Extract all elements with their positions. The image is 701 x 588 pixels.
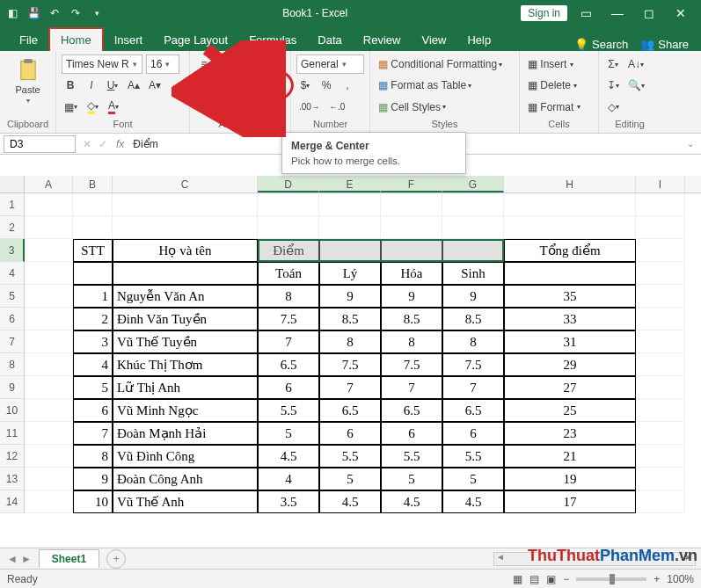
cell[interactable]: Đoàn Công Anh	[113, 468, 258, 490]
decrease-decimal-button[interactable]: ←.0	[326, 98, 347, 117]
tab-insert[interactable]: Insert	[104, 29, 154, 51]
cell[interactable]: Điểm	[258, 239, 319, 262]
cell[interactable]: 6	[73, 399, 113, 422]
cell[interactable]: Vũ Thế Tuyền	[113, 330, 258, 353]
cell[interactable]	[636, 308, 685, 330]
cell[interactable]: 4	[73, 353, 113, 376]
cell[interactable]: 9	[73, 468, 113, 490]
cell[interactable]: 8	[442, 330, 504, 353]
redo-icon[interactable]: ↷	[69, 6, 83, 20]
cell[interactable]: 4.5	[381, 490, 442, 513]
view-page-icon[interactable]: ▤	[529, 573, 539, 585]
row-header[interactable]: 7	[0, 330, 25, 353]
find-button[interactable]: 🔍▾	[625, 76, 647, 95]
cell[interactable]	[25, 193, 73, 216]
col-header[interactable]: B	[73, 176, 113, 192]
cell[interactable]: 5	[73, 376, 113, 399]
align-top-button[interactable]: ≡	[195, 54, 213, 74]
cell-styles-button[interactable]: ▦ Cell Styles▾	[376, 98, 514, 117]
cell[interactable]: Khúc Thị Thơm	[113, 353, 258, 376]
cell[interactable]	[25, 422, 73, 445]
cell[interactable]: Họ và tên	[113, 239, 258, 262]
decrease-indent-button[interactable]: ⇤	[195, 98, 213, 117]
cell[interactable]: 2	[73, 308, 113, 330]
fx-icon[interactable]: fx	[111, 138, 129, 150]
align-middle-button[interactable]: ≡	[216, 54, 234, 74]
cell[interactable]: Vũ Thế Anh	[113, 490, 258, 513]
tab-home[interactable]: Home	[48, 27, 104, 51]
cell[interactable]: 33	[504, 308, 636, 330]
enter-icon[interactable]: ✓	[95, 138, 111, 150]
cell[interactable]	[25, 376, 73, 399]
col-header[interactable]: D	[258, 176, 319, 192]
cell[interactable]: 4.5	[319, 490, 381, 513]
cell[interactable]: 27	[504, 376, 636, 399]
align-center-button[interactable]: ≡	[216, 76, 234, 95]
cell[interactable]: 5.5	[442, 445, 504, 468]
cell[interactable]: 4.5	[258, 445, 319, 468]
insert-cells-button[interactable]: ▦ Insert ▾	[525, 54, 593, 74]
tab-data[interactable]: Data	[307, 29, 352, 51]
cell[interactable]: 9	[442, 285, 504, 308]
tab-page-layout[interactable]: Page Layout	[153, 29, 238, 51]
select-all-corner[interactable]	[0, 176, 25, 192]
sheet-next-icon[interactable]: ►	[21, 553, 32, 565]
cell[interactable]: 7	[258, 330, 319, 353]
cell[interactable]	[25, 468, 73, 490]
font-name-combo[interactable]: Times New R▾	[62, 54, 142, 74]
cell[interactable]: 7	[381, 376, 442, 399]
cell[interactable]	[381, 216, 442, 239]
cell[interactable]: 7.5	[319, 353, 381, 376]
cell[interactable]: 7.5	[442, 353, 504, 376]
bold-button[interactable]: B	[62, 76, 79, 95]
row-header[interactable]: 4	[0, 262, 25, 285]
cell[interactable]: 6.5	[381, 399, 442, 422]
cell[interactable]	[73, 216, 113, 239]
cell[interactable]: 8.5	[381, 308, 442, 330]
cell[interactable]	[636, 353, 685, 376]
cell[interactable]: 7.5	[381, 353, 442, 376]
align-right-button[interactable]: ≡	[237, 76, 255, 95]
row-header[interactable]: 9	[0, 376, 25, 399]
row-header[interactable]: 10	[0, 399, 25, 422]
cell[interactable]: 31	[504, 330, 636, 353]
cell[interactable]: 6.5	[442, 399, 504, 422]
cell[interactable]	[381, 239, 442, 262]
underline-button[interactable]: U▾	[104, 76, 121, 95]
orientation-button[interactable]: ⟲▾	[237, 98, 255, 117]
cell[interactable]	[25, 490, 73, 513]
row-header[interactable]: 13	[0, 468, 25, 490]
cell[interactable]: 4.5	[442, 490, 504, 513]
col-header[interactable]: H	[504, 176, 636, 192]
cell[interactable]: 8.5	[319, 308, 381, 330]
cell[interactable]	[25, 239, 73, 262]
cell[interactable]	[319, 193, 381, 216]
cell[interactable]: Vũ Đình Công	[113, 445, 258, 468]
format-as-table-button[interactable]: ▦ Format as Table▾	[376, 76, 514, 95]
cell[interactable]	[504, 193, 636, 216]
font-size-combo[interactable]: 16▾	[146, 54, 179, 74]
increase-decimal-button[interactable]: .00→	[296, 98, 323, 117]
zoom-in-button[interactable]: +	[654, 573, 660, 585]
increase-font-button[interactable]: A▴	[125, 76, 142, 95]
cell[interactable]	[25, 262, 73, 285]
sign-in-button[interactable]: Sign in	[521, 5, 567, 21]
cell[interactable]: 5.5	[319, 445, 381, 468]
cell[interactable]: Hóa	[381, 262, 442, 285]
cell[interactable]	[319, 216, 381, 239]
cell[interactable]	[442, 239, 504, 262]
cell[interactable]: 6.5	[319, 399, 381, 422]
cell[interactable]: 7	[319, 376, 381, 399]
cell[interactable]	[636, 422, 685, 445]
cell[interactable]: 8	[258, 285, 319, 308]
cell[interactable]: Lữ Thị Anh	[113, 376, 258, 399]
cell[interactable]: 6	[319, 422, 381, 445]
cell[interactable]: 6	[442, 422, 504, 445]
cell[interactable]: Sinh	[442, 262, 504, 285]
cell[interactable]	[381, 193, 442, 216]
cell[interactable]: 1	[73, 285, 113, 308]
cell[interactable]: 6	[258, 376, 319, 399]
cell[interactable]	[636, 330, 685, 353]
cell[interactable]	[442, 216, 504, 239]
increase-indent-button[interactable]: ⇥	[216, 98, 234, 117]
